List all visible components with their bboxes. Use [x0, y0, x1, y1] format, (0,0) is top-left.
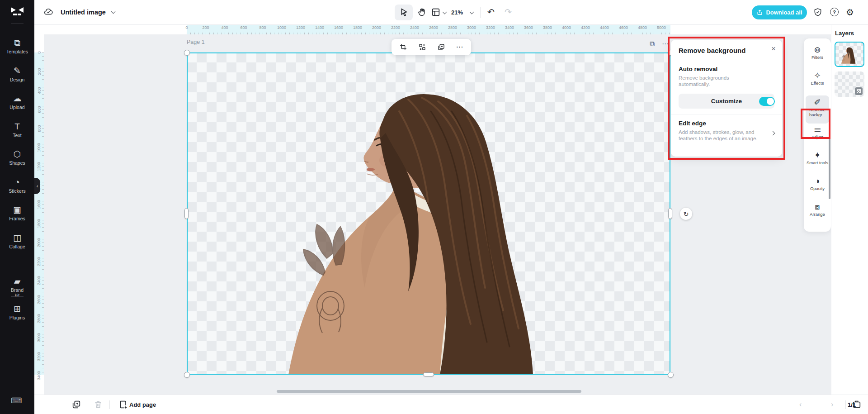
chevron-down-icon[interactable] — [470, 10, 474, 14]
sidebar-item[interactable]: ✎ Design — [0, 66, 34, 94]
resize-handle-right[interactable] — [668, 208, 672, 219]
tool-label: Filters — [805, 55, 830, 60]
sidebar-menu: ⧉ Templates ✎ Design ☁ Upload T Text ⬡ S… — [0, 38, 34, 332]
download-all-button[interactable]: Download all — [752, 5, 807, 19]
select-tool[interactable] — [399, 7, 409, 17]
collapse-sidebar-tab[interactable]: ‹ — [34, 178, 40, 194]
resize-handle-bottom-left[interactable] — [184, 372, 190, 378]
rotate-handle[interactable]: ↻ — [680, 208, 692, 220]
ruler-label: 2200 — [386, 25, 405, 30]
tool-icon: ✦ — [814, 151, 821, 160]
sidebar-item[interactable]: ⬡ Shapes — [0, 149, 34, 177]
ruler-label: 1800 — [348, 25, 367, 30]
capcut-logo[interactable] — [10, 5, 24, 17]
add-page-label[interactable]: Add page — [129, 401, 156, 408]
divider — [480, 7, 481, 18]
ruler-label: 200 — [34, 62, 44, 81]
document-title[interactable]: Untitled image — [61, 9, 106, 16]
ruler-label: 1200 — [291, 25, 310, 30]
sidebar-item[interactable]: ◫ Collage — [0, 233, 34, 276]
sidebar-item-icon: ☁ — [13, 94, 22, 103]
page-grid-view-icon[interactable]: ⧉ — [650, 40, 655, 48]
sidebar-item-label: Text — [13, 133, 21, 138]
subject-image-woman — [187, 52, 670, 375]
layers-title: Layers — [835, 30, 854, 37]
close-icon[interactable]: × — [771, 44, 776, 53]
sidebar-item-icon: ⊞ — [14, 304, 21, 314]
sidebar-item[interactable]: ☁ Upload — [0, 94, 34, 122]
resize-handle-bottom[interactable] — [423, 372, 434, 376]
sidebar-item-icon: ▣ — [13, 205, 21, 214]
tool-item[interactable]: ✐ Remove backgr... — [806, 95, 829, 124]
tool-item[interactable]: ✧ Effects — [805, 70, 830, 95]
tool-icon: ⚌ — [814, 125, 821, 134]
tool-label: Remove backgr... — [805, 108, 830, 117]
help-icon[interactable]: ? — [830, 8, 839, 16]
layer-thumbnail-image[interactable] — [835, 42, 864, 67]
cloud-sync-icon[interactable] — [43, 7, 53, 17]
question-mark: ? — [833, 10, 836, 15]
sidebar-item-icon: T — [14, 122, 20, 131]
ruler-label: 800 — [34, 119, 44, 138]
resize-handle-bottom-right[interactable] — [668, 372, 674, 378]
ruler-label: 2400 — [405, 25, 424, 30]
chevron-down-icon[interactable] — [111, 10, 116, 14]
layer-thumbnail-background[interactable] — [835, 71, 864, 97]
previous-page-icon[interactable]: ‹ — [799, 401, 802, 408]
sidebar-item-icon: ⬡ — [14, 149, 21, 159]
next-page-icon[interactable]: › — [831, 401, 833, 408]
panel-title: Remove background — [679, 47, 774, 54]
tool-item[interactable]: ⚌ Adjust — [805, 124, 830, 149]
divider — [11, 296, 24, 297]
sidebar-item[interactable]: ▰ Brand kit — [0, 276, 34, 305]
horizontal-scrollbar[interactable] — [277, 390, 581, 393]
tool-item[interactable]: ⧈ Arrange — [805, 201, 830, 227]
replace-icon[interactable] — [418, 43, 426, 51]
present-icon[interactable] — [852, 400, 862, 409]
ruler-label: 5000 — [652, 25, 671, 30]
resize-handle-top-left[interactable] — [184, 50, 190, 56]
page-more-options-icon[interactable]: ⋯ — [662, 40, 669, 48]
tool-item[interactable]: ⊚ Filters — [805, 44, 830, 70]
redo-icon[interactable]: ↷ — [503, 7, 514, 17]
ruler-label: 1600 — [34, 195, 44, 214]
ruler-label: 800 — [253, 25, 272, 30]
sidebar-item-icon: ⧉ — [14, 38, 20, 48]
sidebar-item-label: Collage — [9, 244, 25, 249]
duplicate-icon[interactable] — [437, 43, 445, 51]
ruler-label: 4400 — [595, 25, 614, 30]
settings-gear-icon[interactable]: ⚙ — [846, 7, 854, 18]
auto-removal-toggle[interactable] — [759, 97, 775, 106]
canvas-page[interactable] — [187, 52, 670, 375]
page-label: Page 1 — [187, 39, 205, 45]
undo-icon[interactable]: ↶ — [486, 7, 496, 17]
tools-scrollbar[interactable] — [829, 115, 830, 199]
divider — [671, 114, 782, 114]
resize-handle-left[interactable] — [184, 208, 189, 219]
sidebar-item[interactable]: ⧉ Templates — [0, 38, 34, 66]
sidebar-item[interactable]: T Text — [0, 122, 34, 150]
keyboard-shortcuts-icon[interactable]: ⌨ — [11, 396, 22, 405]
zoom-level[interactable]: 21% — [451, 9, 463, 16]
tool-icon: ✧ — [814, 71, 821, 80]
delete-page-icon[interactable] — [93, 400, 103, 409]
duplicate-page-icon[interactable] — [71, 400, 81, 409]
tool-item[interactable]: ◑ Opacity — [805, 175, 830, 201]
sidebar-item[interactable]: ▣ Frames — [0, 205, 34, 233]
sidebar-item[interactable]: ◔ Stickers — [0, 177, 34, 205]
tool-label: Opacity — [805, 186, 830, 191]
add-page-icon[interactable] — [118, 400, 128, 409]
shield-check-icon[interactable] — [813, 8, 822, 17]
tool-label: Adjust — [805, 135, 830, 140]
edit-edge-row[interactable]: Edit edge Add shadows, strokes, glow, an… — [679, 120, 774, 142]
chevron-down-icon[interactable] — [443, 10, 447, 14]
hand-tool[interactable] — [417, 7, 427, 17]
more-options-icon[interactable]: ⋯ — [456, 43, 464, 51]
crop-icon[interactable] — [399, 43, 407, 51]
divider — [845, 400, 846, 409]
rotate-icon: ↻ — [684, 210, 689, 218]
sidebar-item-label: Stickers — [9, 188, 25, 194]
tool-item[interactable]: ✦ Smart tools — [805, 149, 830, 175]
layout-tool[interactable] — [431, 7, 441, 17]
sidebar-item[interactable]: ⊞ Plugins — [0, 304, 34, 332]
